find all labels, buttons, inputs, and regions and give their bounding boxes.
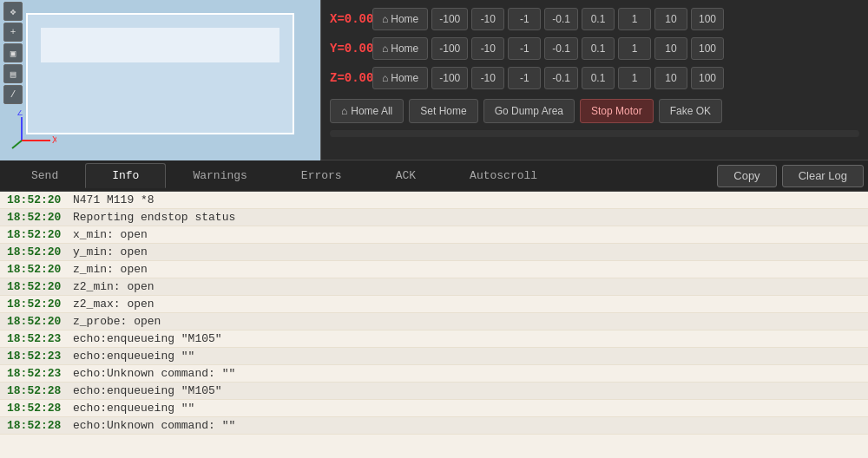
- slash-icon[interactable]: /: [3, 85, 23, 104]
- log-message: echo:enqueueing "M105": [69, 383, 226, 398]
- top-section: ✥ + ▣ ▤ / Z X X=0.00 ⌂: [0, 0, 868, 160]
- log-line: 18:52:28echo:Unknown command: "": [0, 417, 868, 435]
- fake-ok-button[interactable]: Fake OK: [659, 99, 722, 123]
- z-jog-n10[interactable]: -10: [471, 67, 504, 89]
- log-timestamp: 18:52:23: [0, 331, 69, 346]
- home-all-button[interactable]: ⌂ Home All: [330, 99, 404, 123]
- set-home-button[interactable]: Set Home: [409, 99, 477, 123]
- zoom-in-icon[interactable]: +: [3, 23, 23, 42]
- y-jog-p100[interactable]: 100: [691, 37, 724, 60]
- x-jog-p10[interactable]: 10: [654, 8, 687, 30]
- log-line: 18:52:28echo:enqueueing "M105": [0, 383, 868, 400]
- log-message: echo:enqueueing "": [69, 349, 198, 363]
- log-line: 18:52:28echo:enqueueing "": [0, 400, 868, 417]
- log-line: 18:52:20y_min: open: [0, 244, 868, 261]
- clear-log-button[interactable]: Clear Log: [782, 165, 864, 187]
- viewport: ✥ + ▣ ▤ / Z X: [0, 0, 321, 160]
- z-jog-p100[interactable]: 100: [691, 67, 724, 89]
- tab-warnings[interactable]: Warnings: [166, 163, 273, 188]
- log-timestamp: 18:52:20: [0, 245, 69, 259]
- y-jog-n1[interactable]: -1: [508, 37, 541, 60]
- log-timestamp: 18:52:20: [0, 262, 69, 277]
- log-message: echo:enqueueing "": [69, 401, 198, 415]
- cube-view-icon[interactable]: ▣: [3, 43, 23, 62]
- x-jog-p01[interactable]: 0.1: [582, 8, 615, 30]
- log-timestamp: 18:52:23: [0, 366, 69, 381]
- log-timestamp: 18:52:28: [0, 418, 69, 433]
- y-jog-n01[interactable]: -0.1: [544, 37, 578, 60]
- tab-info[interactable]: Info: [85, 163, 166, 188]
- y-jog-n100[interactable]: -100: [431, 37, 468, 60]
- z-home-button[interactable]: ⌂ Home: [372, 67, 428, 89]
- tab-bar: Send Info Warnings Errors ACK Autoscroll…: [0, 160, 868, 192]
- x-jog-n100[interactable]: -100: [431, 8, 468, 30]
- go-dump-area-button[interactable]: Go Dump Area: [483, 99, 575, 123]
- y-axis-label: Y=0.00: [330, 42, 369, 56]
- svg-text:X: X: [52, 135, 56, 145]
- log-line: 18:52:20z2_min: open: [0, 278, 868, 296]
- log-message: echo:enqueueing "M105": [69, 331, 226, 346]
- z-axis-row: Z=0.00 ⌂ Home -100 -10 -1 -0.1 0.1 1 10 …: [330, 66, 859, 90]
- x-jog-p100[interactable]: 100: [691, 8, 724, 30]
- home-icon: ⌂: [382, 72, 388, 84]
- z-jog-n100[interactable]: -100: [431, 67, 468, 89]
- log-timestamp: 18:52:20: [0, 314, 69, 329]
- svg-text:Z: Z: [17, 110, 23, 117]
- log-timestamp: 18:52:20: [0, 297, 69, 311]
- x-jog-n1[interactable]: -1: [508, 8, 541, 30]
- log-timestamp: 18:52:20: [0, 227, 69, 242]
- tab-autoscroll[interactable]: Autoscroll: [443, 163, 564, 188]
- tab-ack[interactable]: ACK: [369, 163, 443, 188]
- svg-line-4: [12, 141, 22, 148]
- x-jog-p1[interactable]: 1: [618, 8, 651, 30]
- log-line: 18:52:23echo:enqueueing "M105": [0, 330, 868, 348]
- z-jog-p1[interactable]: 1: [618, 67, 651, 89]
- controls-panel: X=0.00 ⌂ Home -100 -10 -1 -0.1 0.1 1 10 …: [321, 0, 868, 160]
- log-area[interactable]: 18:52:20N471 M119 *818:52:20Reporting en…: [0, 192, 868, 458]
- log-line: 18:52:20z_min: open: [0, 261, 868, 278]
- log-line: 18:52:23echo:Unknown command: "": [0, 365, 868, 383]
- axis-indicator: Z X: [9, 110, 61, 154]
- y-axis-row: Y=0.00 ⌂ Home -100 -10 -1 -0.1 0.1 1 10 …: [330, 36, 859, 61]
- x-axis-label: X=0.00: [330, 12, 369, 26]
- log-line: 18:52:23echo:enqueueing "": [0, 348, 868, 365]
- copy-button[interactable]: Copy: [717, 165, 776, 187]
- log-timestamp: 18:52:28: [0, 383, 69, 398]
- move-icon[interactable]: ✥: [3, 2, 23, 21]
- tab-errors[interactable]: Errors: [274, 163, 369, 188]
- y-home-button[interactable]: ⌂ Home: [372, 37, 428, 60]
- cube-wire-icon[interactable]: ▤: [3, 64, 23, 83]
- x-jog-n01[interactable]: -0.1: [544, 8, 578, 30]
- x-home-button[interactable]: ⌂ Home: [372, 8, 428, 30]
- log-timestamp: 18:52:20: [0, 210, 69, 225]
- x-jog-n10[interactable]: -10: [471, 8, 504, 30]
- log-message: Reporting endstop status: [69, 210, 239, 225]
- z-jog-n1[interactable]: -1: [508, 67, 541, 89]
- log-message: x_min: open: [69, 227, 151, 242]
- log-message: z2_max: open: [69, 297, 158, 311]
- log-message: z_probe: open: [69, 314, 164, 329]
- viewport-toolbar: ✥ + ▣ ▤ /: [2, 0, 24, 106]
- z-jog-p01[interactable]: 0.1: [582, 67, 615, 89]
- y-jog-p1[interactable]: 1: [618, 37, 651, 60]
- log-message: z_min: open: [69, 262, 151, 277]
- x-axis-row: X=0.00 ⌂ Home -100 -10 -1 -0.1 0.1 1 10 …: [330, 7, 859, 31]
- log-line: 18:52:20N471 M119 *8: [0, 192, 868, 209]
- y-jog-p01[interactable]: 0.1: [582, 37, 615, 60]
- log-message: z2_min: open: [69, 279, 158, 294]
- y-jog-p10[interactable]: 10: [654, 37, 687, 60]
- controls-scrollbar[interactable]: [330, 130, 859, 137]
- log-line: 18:52:20x_min: open: [0, 226, 868, 244]
- y-jog-n10[interactable]: -10: [471, 37, 504, 60]
- log-timestamp: 18:52:28: [0, 401, 69, 415]
- z-jog-n01[interactable]: -0.1: [544, 67, 578, 89]
- z-axis-label: Z=0.00: [330, 71, 369, 85]
- tab-send[interactable]: Send: [4, 163, 85, 188]
- home-icon: ⌂: [382, 43, 388, 55]
- home-all-icon: ⌂: [341, 105, 347, 117]
- viewport-canvas: [26, 13, 294, 134]
- log-line: 18:52:20z_probe: open: [0, 313, 868, 330]
- stop-motor-button[interactable]: Stop Motor: [580, 99, 654, 123]
- z-jog-p10[interactable]: 10: [654, 67, 687, 89]
- log-timestamp: 18:52:20: [0, 193, 69, 207]
